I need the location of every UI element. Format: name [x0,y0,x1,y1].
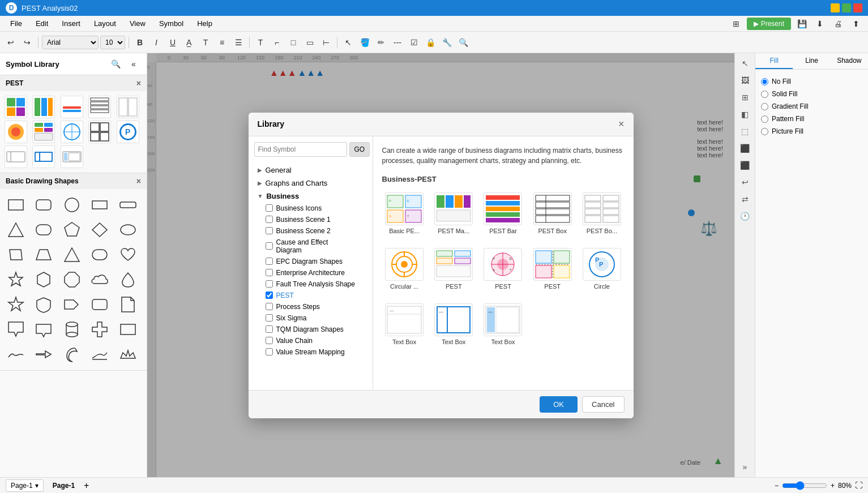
shape-diamond[interactable] [88,218,111,241]
sym-circular[interactable]: Circular ... [382,246,427,292]
shape-rect4[interactable] [117,318,139,341]
fill-button[interactable]: 🪣 [357,35,372,50]
shape-star5[interactable] [5,293,27,316]
shape-trapezoid[interactable] [32,243,55,266]
rt-history-button[interactable]: 🕐 [737,208,753,224]
pest-sym-5[interactable] [117,96,139,118]
minimize-button[interactable] [831,3,840,12]
sym-pest-box[interactable]: PEST Box [530,190,575,237]
menu-view[interactable]: View [124,18,151,29]
search-symbols-button[interactable]: 🔍 [108,57,123,71]
search-go-button[interactable]: GO [349,142,370,157]
business-scene1-checkbox[interactable] [266,216,273,223]
symbol-search-input[interactable] [254,142,347,157]
basic-shapes-close-button[interactable]: × [136,177,141,186]
print-button[interactable]: 🖨 [831,16,845,31]
bold-button[interactable]: B [132,35,147,50]
category-general[interactable]: ▶ General [254,164,367,177]
shape-rounded-rect3[interactable] [88,293,111,316]
picture-fill-radio[interactable] [761,128,768,135]
sym-pest1[interactable]: PEST [431,246,476,292]
shape-drop[interactable] [117,268,139,291]
tab-fill[interactable]: Fill [755,53,793,69]
fill-option-solid[interactable]: Solid Fill [761,88,862,100]
pen-button[interactable]: ✏ [374,35,388,50]
rt-arrow-button[interactable]: ↩ [737,174,753,190]
subcategory-epc[interactable]: EPC Diagram Shapes [254,256,367,267]
text-tool-button[interactable]: T [253,35,268,50]
pest-sym-7[interactable] [32,121,55,143]
menu-help[interactable]: Help [191,18,218,29]
fill-option-gradient[interactable]: Gradient Fill [761,100,862,113]
shape-arrow[interactable] [32,343,55,366]
cause-effect-checkbox[interactable] [266,242,273,250]
redo-button[interactable]: ↪ [20,35,35,50]
align-left-button[interactable]: ≡ [215,35,229,50]
gradient-fill-radio[interactable] [761,103,768,110]
view-toggle-button[interactable]: ⊞ [729,16,743,31]
save-button[interactable]: 💾 [794,16,809,31]
shape-cloud[interactable] [88,268,111,291]
font-size-select[interactable]: 10 [100,36,125,49]
rt-image-button[interactable]: 🖼 [737,72,753,88]
menu-file[interactable]: File [5,18,28,29]
tqm-checkbox[interactable] [266,325,273,333]
zoom-in-icon[interactable]: + [831,482,835,490]
subcategory-fault-tree[interactable]: Fault Tree Analysis Shape [254,278,367,290]
shape-tri2[interactable] [61,243,83,266]
sym-pest2[interactable]: P E S T PEST [481,246,525,292]
shape-heart[interactable] [117,243,139,266]
rt-grid-button[interactable]: ⊞ [737,89,753,105]
maximize-button[interactable] [842,3,851,12]
page-tab[interactable]: Page-1 ▾ [6,479,44,492]
pest-sym-11[interactable] [5,145,27,168]
shape-rounded-rect2[interactable] [88,243,111,266]
rt-exchange-button[interactable]: ⇄ [737,191,753,207]
checkbox-button[interactable]: ☑ [407,35,421,50]
subcategory-business-scene-1[interactable]: Business Scene 1 [254,214,367,225]
subcategory-process-steps[interactable]: Process Steps [254,301,367,312]
subcategory-six-sigma[interactable]: Six Sigma [254,312,367,324]
rt-cursor-button[interactable]: ↖ [737,55,753,71]
subcategory-pest[interactable]: PEST [254,290,367,301]
dialog-close-button[interactable]: × [618,118,625,130]
pest-sym-12[interactable] [32,145,55,168]
font-color-button[interactable]: A̲ [182,35,196,50]
pest-sym-3[interactable] [61,96,83,118]
shape-triangle[interactable] [5,218,27,241]
pest-sym-9[interactable] [88,121,111,143]
share-button[interactable]: ⬆ [849,16,863,31]
subcategory-business-icons[interactable]: Business Icons [254,203,367,214]
font-select[interactable]: Arial [42,36,99,49]
menu-layout[interactable]: Layout [88,18,122,29]
menu-edit[interactable]: Edit [30,18,54,29]
shape-wave[interactable] [5,343,27,366]
wrench-button[interactable]: 🔧 [439,35,454,50]
business-icons-checkbox[interactable] [266,204,273,212]
sym-pest3[interactable]: PEST [530,246,575,292]
collapse-panel-button[interactable]: « [126,57,141,71]
present-button[interactable]: ▶ Present [747,18,791,30]
rt-layers-button[interactable]: ◧ [737,106,753,122]
rect-button[interactable]: □ [286,35,301,50]
shape-balloon2[interactable] [32,318,55,341]
shape-circle[interactable] [61,194,83,216]
pest-checkbox[interactable] [266,291,273,299]
category-graphs-charts[interactable]: ▶ Graphs and Charts [254,177,367,190]
shape-cross[interactable] [88,318,111,341]
shape-rect[interactable] [5,194,27,216]
solid-fill-radio[interactable] [761,91,768,98]
connector-button[interactable]: ⌐ [270,35,284,50]
shape-star6[interactable] [5,268,27,291]
search-toolbar-button[interactable]: 🔍 [456,35,471,50]
sym-text-box2[interactable]: — Text Box [431,301,476,348]
shape-parallelogram[interactable] [5,243,27,266]
epc-checkbox[interactable] [266,258,273,265]
shape-crown[interactable] [117,343,139,366]
shape-ellipse[interactable] [117,218,139,241]
menu-symbol[interactable]: Symbol [153,18,189,29]
rect2-button[interactable]: ▭ [302,35,317,50]
close-button[interactable] [853,3,862,12]
ok-button[interactable]: OK [540,396,578,413]
pointer-button[interactable]: ↖ [341,35,356,50]
